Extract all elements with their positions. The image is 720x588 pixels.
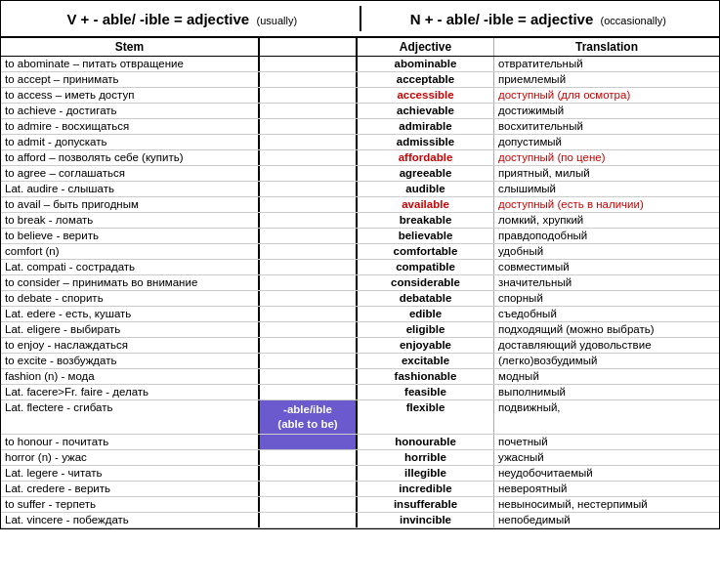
stem-cell: to access – иметь доступ (1, 88, 260, 103)
adjective-cell: feasible (358, 385, 494, 399)
table-row: comfort (n)comfortableудобный (1, 244, 719, 260)
middle-header (260, 38, 358, 56)
page: V + - able/ -ible = adjective (usually) … (0, 0, 720, 529)
middle-cell (260, 150, 358, 165)
middle-cell (260, 275, 358, 290)
table-row: Lat. eligere - выбиратьeligibleподходящи… (1, 322, 719, 338)
table-row: to break - ломатьbreakableломкий, хрупки… (1, 213, 719, 229)
adjective-cell: admirable (358, 119, 494, 134)
translation-cell: совместимый (494, 260, 719, 274)
translation-cell: значительный (494, 275, 719, 290)
middle-cell (260, 369, 358, 384)
table-row: Lat. audire - слышатьaudibleслышимый (1, 182, 719, 197)
stem-cell: to enjoy - наслаждаться (1, 338, 260, 353)
header-left: V + - able/ -ible = adjective (usually) (11, 11, 354, 27)
middle-cell (260, 338, 358, 353)
table-row: to achieve - достигатьachievableдостижим… (1, 104, 719, 119)
adjective-cell: audible (358, 182, 494, 196)
stem-cell: Lat. legere - читать (1, 466, 260, 481)
adjective-cell: incredible (358, 482, 494, 496)
stem-cell: Lat. eligere - выбирать (1, 322, 260, 337)
stem-cell: Lat. credere - верить (1, 482, 260, 496)
translation-header: Translation (494, 38, 719, 56)
header-right-title: N + - able/ -ible = adjective (410, 11, 594, 27)
stem-cell: to admire - восхищаться (1, 119, 260, 134)
table-row: Lat. legere - читатьillegibleнеудобочита… (1, 466, 719, 482)
table-row: to avail – быть пригоднымavailableдоступ… (1, 197, 719, 213)
middle-cell (260, 244, 358, 259)
table-row: to suffer - терпетьinsufferableневыносим… (1, 497, 719, 513)
adjective-cell: achievable (358, 104, 494, 118)
adjective-cell: affordable (358, 150, 494, 165)
adjective-header: Adjective (358, 38, 494, 56)
table-row: Lat. vincere - побеждатьinvincibleнепобе… (1, 513, 719, 528)
adjective-cell: debatable (358, 291, 494, 306)
header-divider (360, 6, 361, 31)
adjective-cell: illegible (358, 466, 494, 481)
translation-cell: ужасный (494, 450, 719, 465)
adjective-cell: accessible (358, 88, 494, 103)
translation-cell: доступный (по цене) (494, 150, 719, 165)
table-row: Lat. flectere - сгибать-able/ible(able t… (1, 400, 719, 435)
translation-cell: отвратительный (494, 57, 719, 71)
middle-cell (260, 435, 358, 449)
adjective-cell: breakable (358, 213, 494, 228)
stem-cell: to debate - спорить (1, 291, 260, 306)
stem-cell: fashion (n) - мода (1, 369, 260, 384)
middle-cell (260, 497, 358, 512)
translation-cell: слышимый (494, 182, 719, 196)
adjective-cell: compatible (358, 260, 494, 274)
stem-header: Stem (1, 38, 260, 56)
stem-cell: to suffer - терпеть (1, 497, 260, 512)
table-row: horror (n) - ужасhorribleужасный (1, 450, 719, 466)
translation-cell: восхитительный (494, 119, 719, 134)
table-row: Lat. credere - веритьincredibleневероятн… (1, 482, 719, 497)
translation-cell: допустимый (494, 135, 719, 149)
middle-cell (260, 166, 358, 181)
adjective-cell: enjoyable (358, 338, 494, 353)
middle-cell (260, 72, 358, 87)
stem-cell: to avail – быть пригодным (1, 197, 260, 212)
middle-cell (260, 482, 358, 496)
middle-cell (260, 197, 358, 212)
table-row: to debate - споритьdebatableспорный (1, 291, 719, 307)
adjective-cell: fashionable (358, 369, 494, 384)
translation-cell: модный (494, 369, 719, 384)
stem-cell: to accept – принимать (1, 72, 260, 87)
translation-cell: выполнимый (494, 385, 719, 399)
table-row: fashion (n) - модаfashionableмодный (1, 369, 719, 385)
middle-cell (260, 466, 358, 481)
adjective-cell: insufferable (358, 497, 494, 512)
translation-cell: доставляющий удовольствие (494, 338, 719, 353)
middle-cell (260, 135, 358, 149)
middle-cell (260, 119, 358, 134)
middle-cell (260, 229, 358, 243)
middle-cell (260, 182, 358, 196)
table-row: to honour - почитатьhonourableпочетный (1, 435, 719, 450)
middle-cell (260, 57, 358, 71)
middle-cell (260, 450, 358, 465)
header-right: N + - able/ -ible = adjective (occasiona… (367, 11, 710, 27)
translation-cell: доступный (для осмотра) (494, 88, 719, 103)
translation-cell: непобедимый (494, 513, 719, 527)
table-row: Lat. compati - сострадатьcompatibleсовме… (1, 260, 719, 275)
stem-cell: to break - ломать (1, 213, 260, 228)
header-left-title: V + - able/ -ible = adjective (66, 11, 249, 27)
stem-cell: to honour - почитать (1, 435, 260, 449)
middle-cell (260, 213, 358, 228)
translation-cell: невыносимый, нестерпимый (494, 497, 719, 512)
translation-cell: приятный, милый (494, 166, 719, 181)
stem-cell: Lat. audire - слышать (1, 182, 260, 196)
middle-cell (260, 513, 358, 527)
stem-cell: Lat. flectere - сгибать (1, 400, 260, 434)
table-row: to enjoy - наслаждатьсяenjoyableдоставля… (1, 338, 719, 354)
adjective-cell: horrible (358, 450, 494, 465)
stem-cell: horror (n) - ужас (1, 450, 260, 465)
adjective-cell: available (358, 197, 494, 212)
header-right-note: (occasionally) (601, 15, 666, 26)
table-row: Lat. facere>Fr. faire - делатьfeasibleвы… (1, 385, 719, 400)
translation-cell: ломкий, хрупкий (494, 213, 719, 228)
header-left-note: (usually) (257, 15, 298, 26)
middle-cell (260, 260, 358, 274)
adjective-cell: admissible (358, 135, 494, 149)
